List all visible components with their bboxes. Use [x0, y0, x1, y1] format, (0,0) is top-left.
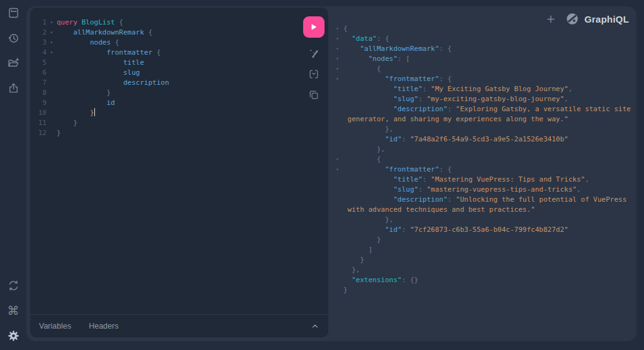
code-line: generator, and sharing my experiences al… [335, 114, 635, 124]
merge-icon[interactable] [306, 67, 321, 82]
code-line: }, [335, 124, 635, 134]
code-line: 3▾ nodes { [35, 38, 298, 48]
code-line: with advanced techniques and best practi… [335, 205, 635, 215]
line-number: 11 [35, 118, 47, 128]
code-line: "title": "My Exciting Gatsby Blog Journe… [335, 84, 635, 94]
response-viewer: ▾{▾ "data": {▾ "allMarkdownRemark": {▾ "… [335, 24, 635, 339]
code-line: "description": "Unlocking the full poten… [335, 195, 635, 205]
fold-arrow-icon[interactable]: ▾ [335, 155, 343, 165]
fold-gutter [335, 124, 343, 134]
main-panel: 1▾query BlogList {2▾ allMarkdownRemark {… [26, 6, 636, 341]
text-cursor [94, 108, 96, 116]
code-line: 6 slug [35, 68, 298, 78]
code-line: 4▾ frontmatter { [35, 48, 298, 58]
code-line: } [335, 285, 635, 295]
brand-text: GraphiQL [584, 14, 629, 25]
history-icon[interactable] [6, 30, 21, 45]
fold-gutter [335, 265, 343, 275]
line-number: 9 [35, 98, 47, 108]
code-line: 5 title [35, 58, 298, 68]
fold-gutter [335, 245, 343, 255]
fold-arrow-icon[interactable]: ▾ [335, 54, 343, 64]
code-line: "title": "Mastering VuePress: Tips and T… [335, 175, 635, 185]
fold-arrow-icon[interactable]: ▾ [335, 34, 343, 44]
code-line: ▾ "nodes": [ [335, 54, 635, 64]
fold-gutter [47, 108, 57, 118]
line-number: 4 [35, 48, 47, 58]
explorer-icon[interactable] [6, 55, 21, 70]
fold-gutter [47, 118, 57, 128]
docs-icon[interactable] [6, 5, 21, 20]
code-line: } [335, 255, 635, 265]
line-number: 7 [35, 78, 47, 88]
code-line: }, [335, 145, 635, 155]
fold-gutter [47, 78, 57, 88]
tab-headers[interactable]: Headers [89, 322, 118, 331]
fold-gutter [335, 215, 343, 225]
play-icon [309, 23, 318, 31]
fold-gutter [47, 128, 57, 138]
code-line: 8 } [35, 88, 298, 98]
fold-gutter [335, 175, 343, 185]
fold-gutter [335, 145, 343, 155]
fold-arrow-icon[interactable]: ▾ [335, 74, 343, 84]
fold-gutter [335, 94, 343, 104]
line-number: 8 [35, 88, 47, 98]
fold-gutter [335, 255, 343, 265]
fold-arrow-icon[interactable]: ▾ [335, 165, 343, 175]
fold-gutter [335, 275, 343, 285]
code-line: ▾ "data": { [335, 34, 635, 44]
code-line: ▾ { [335, 64, 635, 74]
line-number: 10 [35, 108, 47, 118]
tab-variables[interactable]: Variables [39, 322, 71, 331]
fold-gutter [47, 88, 57, 98]
line-number: 1 [35, 18, 47, 28]
response-panel: + GraphiQL ▾{▾ "data": {▾ "allMarkdownRe… [332, 6, 636, 341]
fold-gutter [47, 68, 57, 78]
code-line: "slug": "my-exciting-gatsby-blog-journey… [335, 94, 635, 104]
fold-gutter [335, 84, 343, 94]
fold-arrow-icon[interactable]: ▾ [47, 48, 57, 58]
code-line: ▾ "allMarkdownRemark": { [335, 44, 635, 54]
code-line: 10 } [35, 108, 298, 118]
fold-arrow-icon[interactable]: ▾ [335, 64, 343, 74]
code-line: ▾{ [335, 24, 635, 34]
fold-gutter [335, 225, 343, 235]
query-editor[interactable]: 1▾query BlogList {2▾ allMarkdownRemark {… [35, 18, 298, 312]
code-line: 11 } [35, 118, 298, 128]
footer-tabs: Variables Headers [30, 314, 328, 337]
sidebar: ⌘ [0, 0, 26, 350]
copy-icon[interactable] [306, 87, 321, 102]
code-line: }, [335, 265, 635, 275]
export-icon[interactable] [6, 80, 21, 96]
fold-arrow-icon[interactable]: ▾ [335, 44, 343, 54]
fold-gutter [335, 235, 343, 245]
code-line: "id": "7cf26873-c6b3-55a6-b04c-799fc4b82… [335, 225, 635, 235]
fold-arrow-icon[interactable]: ▾ [335, 24, 343, 34]
refetch-icon[interactable] [6, 278, 21, 293]
add-tab-button[interactable]: + [545, 13, 557, 25]
fold-arrow-icon[interactable]: ▾ [47, 28, 57, 38]
fold-arrow-icon[interactable]: ▾ [47, 18, 57, 28]
fold-gutter [335, 195, 343, 205]
fold-gutter [335, 114, 343, 124]
chevron-up-icon[interactable] [311, 322, 319, 331]
code-line: ▾ { [335, 155, 635, 165]
shortcuts-icon[interactable]: ⌘ [6, 303, 21, 318]
line-number: 6 [35, 68, 47, 78]
execute-query-button[interactable] [303, 16, 325, 38]
prettify-icon[interactable] [306, 46, 321, 61]
fold-gutter [335, 285, 343, 295]
code-line: ▾ "frontmatter": { [335, 165, 635, 175]
fold-gutter [335, 134, 343, 145]
fold-gutter [335, 185, 343, 195]
line-number: 5 [35, 58, 47, 68]
settings-gear-icon[interactable] [6, 328, 21, 343]
fold-gutter [47, 98, 57, 108]
code-line: 9 id [35, 98, 298, 108]
code-line: ] [335, 245, 635, 255]
fold-gutter [335, 205, 343, 215]
fold-arrow-icon[interactable]: ▾ [47, 38, 57, 48]
code-line: 7 description [35, 78, 298, 88]
editor-toolbar [303, 16, 325, 102]
